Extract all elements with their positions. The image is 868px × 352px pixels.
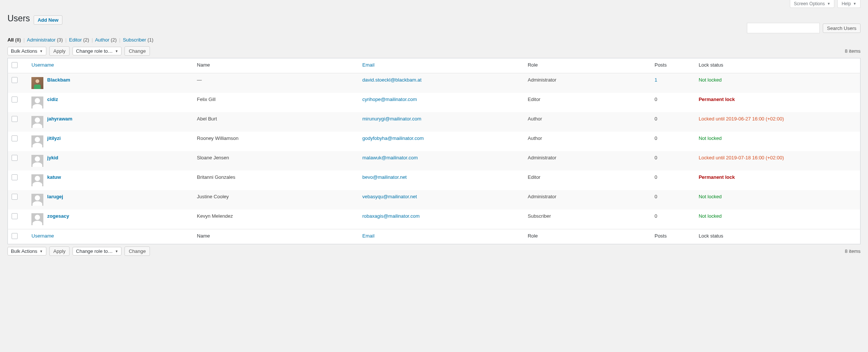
email-link[interactable]: mirunurygi@mailinator.com bbox=[362, 116, 421, 122]
user-role: Author bbox=[524, 112, 651, 132]
col-header-username[interactable]: Username bbox=[31, 62, 54, 68]
page-title: Users bbox=[7, 10, 30, 25]
avatar bbox=[31, 135, 43, 147]
row-checkbox[interactable] bbox=[12, 155, 18, 161]
col-header-email[interactable]: Email bbox=[362, 62, 375, 68]
col-footer-posts: Posts bbox=[651, 229, 695, 244]
user-name: Kevyn Melendez bbox=[193, 209, 358, 229]
posts-link[interactable]: 1 bbox=[655, 77, 657, 83]
email-link[interactable]: malawuk@mailinator.com bbox=[362, 155, 418, 160]
avatar bbox=[31, 155, 43, 167]
filter-editor[interactable]: Editor bbox=[69, 37, 82, 43]
col-header-role: Role bbox=[524, 58, 651, 73]
col-header-name: Name bbox=[193, 58, 358, 73]
change-button-bottom[interactable]: Change bbox=[124, 247, 150, 256]
username-link[interactable]: zogesacy bbox=[47, 213, 69, 219]
select-all-bottom[interactable] bbox=[12, 233, 18, 239]
avatar bbox=[31, 213, 43, 225]
user-role: Administrator bbox=[524, 151, 651, 171]
col-footer-username[interactable]: Username bbox=[31, 233, 54, 239]
search-users-button[interactable]: Search Users bbox=[823, 24, 861, 33]
user-role: Author bbox=[524, 132, 651, 151]
user-name: Abel Burt bbox=[193, 112, 358, 132]
filter-subscriber[interactable]: Subscriber bbox=[123, 37, 146, 43]
table-row: jitilyzi Rooney Williamson godyfobyha@ma… bbox=[8, 132, 861, 151]
user-name: Sloane Jensen bbox=[193, 151, 358, 171]
lock-status: Not locked bbox=[699, 213, 721, 219]
table-row: larugej Justine Cooley vebasyqu@mailinat… bbox=[8, 190, 861, 209]
user-name: Britanni Gonzales bbox=[193, 171, 358, 190]
user-role: Administrator bbox=[524, 73, 651, 93]
lock-status: Locked until 2019-07-18 16:00 (+02:00) bbox=[699, 155, 784, 160]
select-all-top[interactable] bbox=[12, 62, 18, 68]
posts-count: 0 bbox=[655, 213, 657, 219]
row-checkbox[interactable] bbox=[12, 77, 18, 83]
username-link[interactable]: larugej bbox=[47, 194, 63, 199]
chevron-down-icon: ▼ bbox=[115, 49, 118, 53]
users-table: Username Name Email Role Posts Lock stat… bbox=[7, 58, 861, 244]
filter-all[interactable]: All (8) bbox=[7, 37, 21, 43]
posts-count: 0 bbox=[655, 155, 657, 160]
user-role: Editor bbox=[524, 93, 651, 112]
help-tab[interactable]: Help ▼ bbox=[837, 0, 861, 8]
change-role-select-top[interactable]: Change role to… ▼ bbox=[73, 47, 121, 55]
user-name: — bbox=[193, 73, 358, 93]
avatar bbox=[31, 116, 43, 128]
posts-count: 0 bbox=[655, 97, 657, 102]
apply-button-top[interactable]: Apply bbox=[49, 46, 70, 56]
username-link[interactable]: cidiz bbox=[47, 97, 58, 102]
username-link[interactable]: katuw bbox=[47, 174, 61, 180]
table-row: cidiz Felix Gill cyrihope@mailinator.com… bbox=[8, 93, 861, 112]
posts-count: 0 bbox=[655, 174, 657, 180]
user-name: Felix Gill bbox=[193, 93, 358, 112]
posts-count: 0 bbox=[655, 194, 657, 199]
col-footer-lock: Lock status bbox=[695, 229, 861, 244]
items-count-bottom: 8 items bbox=[845, 248, 861, 254]
screen-options-tab[interactable]: Screen Options ▼ bbox=[790, 0, 835, 8]
search-input[interactable] bbox=[747, 23, 820, 33]
lock-status: Not locked bbox=[699, 77, 721, 83]
username-link[interactable]: jykid bbox=[47, 155, 58, 160]
chevron-down-icon: ▼ bbox=[40, 250, 43, 253]
col-header-lock: Lock status bbox=[695, 58, 861, 73]
col-footer-name: Name bbox=[193, 229, 358, 244]
apply-button-bottom[interactable]: Apply bbox=[49, 247, 70, 256]
email-link[interactable]: cyrihope@mailinator.com bbox=[362, 97, 417, 102]
row-checkbox[interactable] bbox=[12, 213, 18, 219]
bulk-actions-select-top[interactable]: Bulk Actions ▼ bbox=[7, 47, 46, 55]
change-role-select-bottom[interactable]: Change role to… ▼ bbox=[73, 247, 121, 255]
chevron-down-icon: ▼ bbox=[40, 49, 43, 53]
add-new-button[interactable]: Add New bbox=[34, 15, 63, 25]
col-footer-email[interactable]: Email bbox=[362, 233, 375, 239]
change-button-top[interactable]: Change bbox=[124, 46, 150, 56]
row-checkbox[interactable] bbox=[12, 135, 18, 141]
email-link[interactable]: bevo@mailinator.net bbox=[362, 174, 407, 180]
avatar bbox=[31, 77, 43, 89]
role-filter: All (8) | Administrator (3) | Editor (2)… bbox=[7, 37, 861, 43]
email-link[interactable]: david.stoeckl@blackbam.at bbox=[362, 77, 421, 83]
user-role: Editor bbox=[524, 171, 651, 190]
row-checkbox[interactable] bbox=[12, 116, 18, 122]
user-name: Rooney Williamson bbox=[193, 132, 358, 151]
table-row: katuw Britanni Gonzales bevo@mailinator.… bbox=[8, 171, 861, 190]
row-checkbox[interactable] bbox=[12, 97, 18, 102]
username-link[interactable]: Blackbam bbox=[47, 77, 70, 83]
email-link[interactable]: vebasyqu@mailinator.net bbox=[362, 194, 417, 199]
chevron-down-icon: ▼ bbox=[827, 2, 830, 6]
username-link[interactable]: jitilyzi bbox=[47, 135, 61, 141]
chevron-down-icon: ▼ bbox=[853, 2, 856, 6]
lock-status: Not locked bbox=[699, 194, 721, 199]
username-link[interactable]: jahyrawam bbox=[47, 116, 72, 122]
row-checkbox[interactable] bbox=[12, 194, 18, 200]
filter-author[interactable]: Author bbox=[95, 37, 109, 43]
screen-options-label: Screen Options bbox=[794, 1, 825, 6]
user-name: Justine Cooley bbox=[193, 190, 358, 209]
bulk-actions-select-bottom[interactable]: Bulk Actions ▼ bbox=[7, 247, 46, 255]
table-row: zogesacy Kevyn Melendez robaxagis@mailin… bbox=[8, 209, 861, 229]
avatar bbox=[31, 174, 43, 186]
email-link[interactable]: godyfobyha@mailinator.com bbox=[362, 135, 424, 141]
filter-administrator[interactable]: Administrator bbox=[27, 37, 56, 43]
user-role: Subscriber bbox=[524, 209, 651, 229]
email-link[interactable]: robaxagis@mailinator.com bbox=[362, 213, 419, 219]
row-checkbox[interactable] bbox=[12, 174, 18, 180]
